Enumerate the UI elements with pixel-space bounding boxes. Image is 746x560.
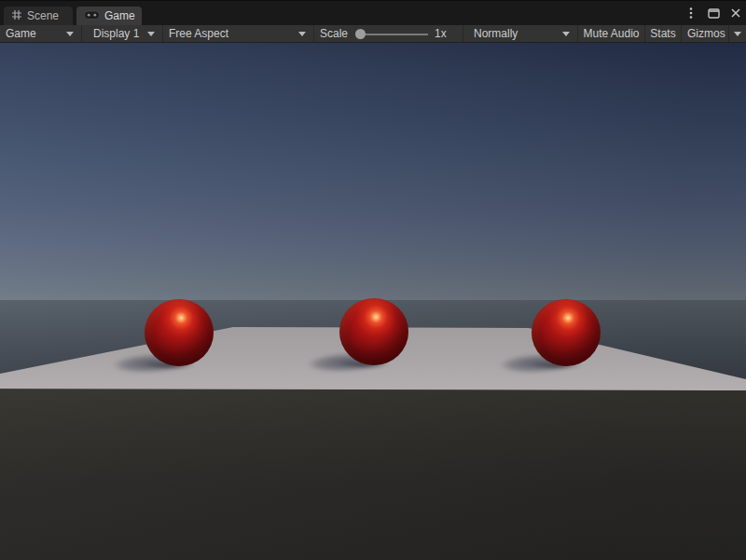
aspect-ratio-label: Free Aspect	[169, 27, 228, 40]
slider-thumb[interactable]	[355, 29, 366, 39]
red-sphere	[532, 299, 601, 366]
display-label: Display 1	[93, 27, 139, 40]
stats-label: Stats	[650, 27, 675, 40]
game-view-type-dropdown[interactable]: Game	[0, 25, 82, 42]
grid-icon	[11, 7, 22, 24]
kebab-menu-icon[interactable]	[683, 5, 699, 21]
stats-button[interactable]: Stats	[645, 25, 682, 42]
chevron-down-icon	[298, 32, 306, 36]
chevron-down-icon	[734, 32, 741, 36]
scale-control: Scale 1x	[314, 25, 463, 42]
gizmos-dropdown[interactable]: Gizmos	[682, 25, 729, 42]
game-render-viewport[interactable]	[0, 43, 746, 560]
chevron-down-icon	[147, 32, 155, 36]
scale-slider[interactable]	[355, 29, 428, 39]
scale-value: 1x	[435, 27, 447, 40]
close-icon[interactable]	[727, 5, 744, 21]
view-tab-bar: Scene Game	[0, 1, 746, 25]
tab-game-label: Game	[104, 7, 135, 25]
spheres-layer	[0, 43, 746, 560]
tab-scene-label: Scene	[27, 7, 59, 25]
gizmos-label: Gizmos	[687, 27, 725, 40]
chevron-down-icon	[562, 32, 570, 36]
gamepad-icon	[84, 7, 100, 24]
display-dropdown[interactable]: Display 1	[82, 25, 163, 42]
play-focus-dropdown[interactable]: Normally	[463, 25, 578, 42]
mute-audio-button[interactable]: Mute Audio	[578, 25, 645, 42]
tab-game[interactable]: Game	[76, 7, 142, 25]
game-view-toolbar: Game Display 1 Free Aspect Scale 1x Norm…	[0, 25, 746, 43]
window-controls	[683, 5, 744, 21]
aspect-ratio-dropdown[interactable]: Free Aspect	[163, 25, 314, 42]
chevron-down-icon	[66, 32, 74, 36]
scale-label: Scale	[320, 27, 348, 40]
unity-game-view-window: Scene Game	[0, 0, 746, 560]
mute-audio-label: Mute Audio	[583, 27, 639, 40]
play-focus-label: Normally	[474, 27, 518, 40]
gizmos-dropdown-arrow[interactable]	[729, 25, 746, 42]
game-view-type-label: Game	[6, 27, 36, 40]
red-sphere	[145, 299, 214, 366]
red-sphere	[339, 298, 408, 365]
maximize-icon[interactable]	[705, 5, 722, 21]
tab-scene[interactable]: Scene	[4, 7, 73, 25]
slider-track	[365, 34, 428, 35]
